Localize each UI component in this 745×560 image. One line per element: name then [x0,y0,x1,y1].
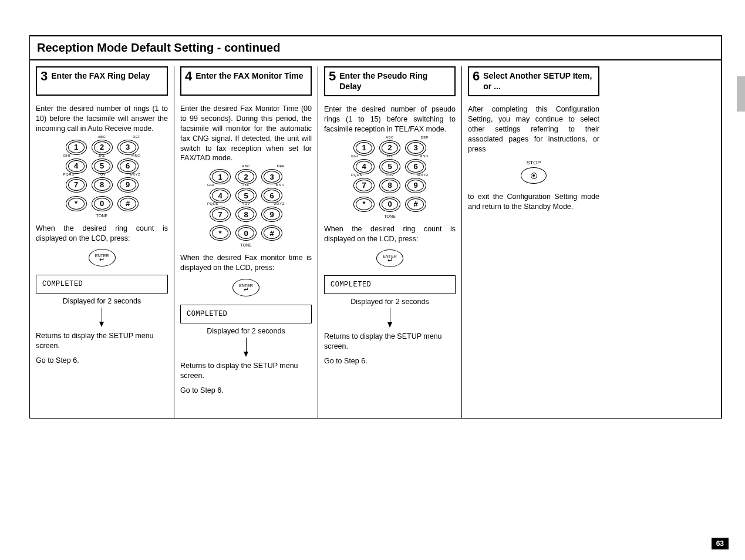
key-8[interactable]: TUV8 [379,178,400,193]
step-4-body1: Enter the desired Fax Monitor Time (00 t… [180,104,312,163]
key-5[interactable]: JKL5 [379,159,400,174]
key-0[interactable]: 0 [92,196,113,211]
step-3-body1: Enter the desired number of rings (1 to … [36,104,168,134]
key-7[interactable]: PQRS7 [66,177,87,193]
flow-arrow-icon [390,308,390,327]
key-8[interactable]: TUV8 [235,207,257,222]
key-4[interactable]: GHI4 [353,159,375,174]
key-2[interactable]: ABC2 [235,169,257,184]
displayed-caption: Displayed for 2 seconds [36,297,168,305]
key-7[interactable]: PQRS7 [353,178,375,193]
key-0[interactable]: 0 [379,197,400,212]
step-3-body2: When the desired ring count is displayed… [36,224,168,244]
step-4-number: 4 [185,70,192,83]
step-6-body2: to exit the Configuration Setting mode a… [468,192,599,212]
returns-text: Returns to display the SETUP menu screen… [180,361,312,381]
step-6-header: 6 Select Another SETUP Item, or ... [468,66,599,96]
step-4-header: 4 Enter the FAX Monitor Time [180,66,312,96]
step-6-body1: After completing this Configuration Sett… [468,104,599,154]
goto-step6: Go to Step 6. [324,356,456,366]
lcd-display: COMPLETED [180,305,312,323]
key-2[interactable]: ABC2 [92,140,113,155]
step-5-title: Enter the Pseudo Ring Delay [339,70,451,92]
keypad: 1 ABC2 DEF3 GHI4 JKL5 MNO6 PQRS7 TUV8 WX… [324,140,456,212]
stop-button-wrap: STOP [468,160,599,184]
step-4-body2: When the desired Fax monitor time is dis… [180,253,312,273]
key-9[interactable]: WXYZ9 [405,178,426,193]
step-4-title: Enter the FAX Monitor Time [195,70,303,82]
enter-button[interactable]: ENTER ↵ [376,249,403,267]
key-hash[interactable]: # [261,225,282,241]
tone-label: TONE [36,214,168,218]
key-5[interactable]: JKL5 [92,158,113,174]
key-star[interactable]: * [66,196,87,211]
step-4-column: 4 Enter the FAX Monitor Time Enter the d… [174,66,318,418]
enter-arrow-icon: ↵ [244,288,249,292]
step-6-number: 6 [473,70,480,83]
goto-step6: Go to Step 6. [36,356,168,366]
section-title: Reception Mode Default Setting - continu… [30,36,721,60]
key-star[interactable]: * [353,197,375,212]
key-0[interactable]: 0 [235,225,257,241]
displayed-caption: Displayed for 2 seconds [180,327,312,335]
flow-arrow-icon [246,338,247,356]
key-8[interactable]: TUV8 [92,177,113,193]
key-3[interactable]: DEF3 [117,140,139,155]
keypad: 1 ABC2 DEF3 GHI4 JKL5 MNO6 PQRS7 TUV8 WX… [180,169,312,241]
key-star[interactable]: * [210,225,231,241]
step-5-number: 5 [329,70,336,83]
tone-label: TONE [180,243,312,247]
step-3-title: Enter the FAX Ring Delay [51,70,150,82]
key-7[interactable]: PQRS7 [210,207,231,222]
step-3-column: 3 Enter the FAX Ring Delay Enter the des… [30,66,174,418]
columns: 3 Enter the FAX Ring Delay Enter the des… [30,60,721,418]
lcd-display: COMPLETED [36,275,168,294]
stop-label: STOP [468,160,599,166]
key-1[interactable]: 1 [210,169,231,184]
key-4[interactable]: GHI4 [210,188,231,203]
key-5[interactable]: JKL5 [235,188,257,203]
displayed-caption: Displayed for 2 seconds [324,298,456,306]
key-6[interactable]: MNO6 [261,188,282,203]
step-5-column: 5 Enter the Pseudo Ring Delay Enter the … [318,66,461,418]
section-thumb-tab [737,76,745,112]
key-4[interactable]: GHI4 [66,158,87,174]
step-5-header: 5 Enter the Pseudo Ring Delay [324,66,456,96]
enter-button[interactable]: ENTER ↵ [232,279,259,296]
key-9[interactable]: WXYZ9 [117,177,139,193]
stop-button[interactable] [521,167,547,184]
key-3[interactable]: DEF3 [405,140,426,156]
returns-text: Returns to display the SETUP menu screen… [36,331,168,351]
keypad: 1 ABC2 DEF3 GHI4 JKL5 MNO6 PQRS7 TUV8 WX… [36,140,168,211]
tone-label: TONE [324,214,456,218]
stop-icon [531,173,537,179]
step-5-body2: When the desired ring count is displayed… [324,224,456,244]
enter-button[interactable]: ENTER ↵ [89,249,116,266]
step-3-header: 3 Enter the FAX Ring Delay [36,66,168,96]
lcd-display: COMPLETED [324,275,456,294]
key-1[interactable]: 1 [66,140,87,155]
step-3-number: 3 [41,70,48,83]
goto-step6: Go to Step 6. [180,386,312,396]
enter-arrow-icon: ↵ [387,258,393,263]
key-2[interactable]: ABC2 [379,140,400,156]
step-6-column: 6 Select Another SETUP Item, or ... Afte… [461,66,605,418]
key-6[interactable]: MNO6 [405,159,426,174]
key-1[interactable]: 1 [353,140,375,156]
returns-text: Returns to display the SETUP menu screen… [324,332,456,352]
page-frame: Reception Mode Default Setting - continu… [29,35,722,419]
key-hash[interactable]: # [405,197,426,212]
key-3[interactable]: DEF3 [261,169,282,184]
key-9[interactable]: WXYZ9 [261,207,282,222]
enter-arrow-icon: ↵ [99,258,104,262]
step-6-title: Select Another SETUP Item, or ... [483,70,595,92]
step-5-body1: Enter the desired number of pseudo rings… [324,104,456,134]
key-6[interactable]: MNO6 [117,158,139,174]
page-number: 63 [712,538,729,549]
key-hash[interactable]: # [117,196,139,211]
flow-arrow-icon [102,308,102,326]
